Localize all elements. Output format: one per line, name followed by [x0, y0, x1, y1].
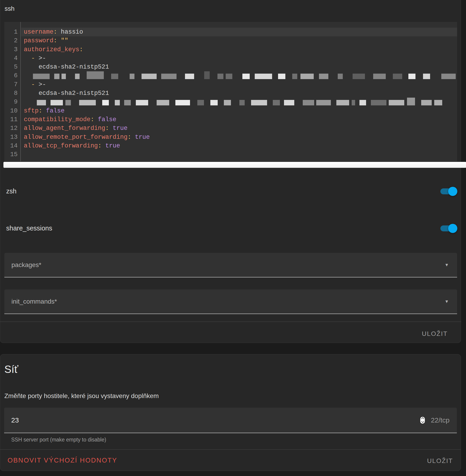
- yaml-token-bool: true: [102, 142, 120, 149]
- redacted-key-block: [316, 100, 331, 105]
- chevron-down-icon: ▼: [444, 262, 449, 267]
- redacted-key-block: [421, 100, 432, 105]
- redacted-key-block: [115, 100, 120, 105]
- number-stepper[interactable]: [420, 417, 425, 424]
- yaml-token-key: allow_tcp_forwarding: [24, 142, 98, 149]
- redacted-key-block: [226, 74, 232, 79]
- toggle-thumb: [448, 224, 457, 233]
- redacted-key-block: [161, 74, 176, 79]
- yaml-token-key: username: [24, 29, 54, 35]
- gutter-line-number: 5: [4, 63, 20, 71]
- yaml-token-punc: :: [128, 134, 131, 141]
- share-sessions-toggle-label: share_sessions: [6, 224, 52, 232]
- yaml-code-editor[interactable]: 123456789101112131415 username: hassiopa…: [4, 22, 457, 162]
- code-line: ecdsa-sha2-nistp521: [21, 89, 457, 98]
- yaml-token-punc: :: [105, 125, 109, 132]
- share-sessions-toggle[interactable]: [440, 224, 457, 233]
- redacted-key-block: [33, 74, 50, 79]
- redacted-key-block: [278, 74, 285, 79]
- gutter-line-number: 9: [4, 98, 20, 106]
- redacted-key-block: [204, 71, 210, 79]
- zsh-toggle[interactable]: [440, 187, 457, 196]
- editor-horizontal-scrollbar[interactable]: [3, 162, 466, 168]
- yaml-token-punc: :: [54, 29, 57, 35]
- redacted-key-block: [434, 100, 442, 105]
- card-actions-divider: [0, 321, 461, 322]
- stepper-down-icon[interactable]: [421, 420, 424, 423]
- init-commands-select[interactable]: init_commands* ▼: [4, 290, 457, 314]
- ssh-port-input[interactable]: 23 22/tcp: [4, 408, 457, 433]
- redacted-key-block: [37, 100, 46, 105]
- yaml-token-key: compatibility_mode: [24, 116, 91, 123]
- network-description: Změňte porty hostitele, které jsou vysta…: [4, 392, 159, 400]
- redacted-key-block: [210, 100, 218, 105]
- gutter-line-number: 14: [4, 141, 20, 150]
- gutter-line-number: 1: [4, 28, 20, 36]
- code-line: - >-: [21, 54, 457, 63]
- editor-gutter: 123456789101112131415: [4, 22, 21, 162]
- code-line: allow_remote_port_forwarding: true: [21, 133, 457, 141]
- code-line: ecdsa-sha2-nistp521: [21, 63, 457, 71]
- redacted-key-block: [373, 74, 386, 79]
- save-button[interactable]: ULOŽIT: [422, 330, 448, 337]
- redacted-key-block: [65, 100, 71, 105]
- redacted-key-block: [319, 74, 328, 79]
- redacted-key-block: [303, 100, 314, 105]
- redacted-key-block: [197, 100, 204, 105]
- redacted-key-block: [75, 74, 80, 79]
- redacted-key-block: [54, 74, 60, 79]
- yaml-token-punc: :: [54, 37, 57, 44]
- toggle-thumb: [448, 187, 457, 196]
- editor-code[interactable]: username: hassiopassword: ""authorized_k…: [21, 22, 457, 159]
- yaml-token-key: authorized_keys: [24, 46, 79, 53]
- reset-defaults-button[interactable]: OBNOVIT VÝCHOZÍ HODNOTY: [8, 457, 117, 464]
- redacted-key-block: [393, 74, 402, 79]
- redacted-key-block: [239, 100, 245, 105]
- yaml-token-bool: true: [109, 125, 128, 132]
- yaml-token-plain: >-: [39, 55, 46, 62]
- redacted-key-block: [124, 100, 131, 105]
- gutter-line-number: 11: [4, 115, 20, 124]
- redacted-key-block: [61, 74, 66, 79]
- redacted-code-line: [21, 71, 457, 80]
- yaml-token-plain: hassio: [57, 29, 83, 35]
- ssh-field-label: ssh: [5, 5, 15, 12]
- ssh-config-card: ssh 123456789101112131415 username: hass…: [0, 0, 461, 343]
- gutter-line-number: 3: [4, 45, 20, 54]
- yaml-token-plain: ecdsa-sha2-nistp521: [24, 64, 109, 70]
- yaml-token-plain: [24, 55, 31, 62]
- ssh-port-helper-text: SSH server port (make empty to disable): [11, 437, 106, 443]
- redacted-key-block: [102, 100, 109, 105]
- redacted-key-block: [157, 100, 169, 105]
- gutter-line-number: 7: [4, 80, 20, 89]
- gutter-line-number: 10: [4, 106, 20, 115]
- redacted-key-block: [284, 100, 294, 105]
- code-line: sftp: false: [21, 106, 457, 115]
- yaml-token-key: password: [24, 37, 54, 44]
- redacted-key-block: [338, 74, 343, 79]
- packages-select[interactable]: packages* ▼: [4, 253, 457, 278]
- redacted-key-block: [352, 100, 355, 105]
- init-commands-select-label: init_commands*: [12, 298, 57, 305]
- ssh-port-value[interactable]: 23: [11, 416, 19, 424]
- redacted-code-line: [21, 98, 457, 106]
- redacted-key-block: [336, 100, 349, 105]
- redacted-key-block: [408, 74, 415, 79]
- yaml-token-key: sftp: [24, 107, 39, 114]
- code-line: compatibility_mode: false: [21, 115, 457, 124]
- yaml-token-plain: ecdsa-sha2-nistp521: [24, 90, 109, 97]
- yaml-token-bool: true: [131, 134, 150, 141]
- redacted-key-block: [79, 100, 96, 105]
- code-line: [21, 150, 457, 159]
- gutter-line-number: 12: [4, 124, 20, 133]
- yaml-token-punc: -: [31, 55, 38, 62]
- yaml-token-plain: >-: [39, 81, 46, 88]
- network-actions-divider: [0, 449, 461, 450]
- redacted-key-block: [441, 74, 456, 79]
- network-save-button[interactable]: ULOŽIT: [427, 457, 453, 464]
- yaml-token-punc: :: [39, 107, 42, 114]
- redacted-key-block: [273, 100, 280, 105]
- redacted-key-block: [353, 74, 365, 79]
- yaml-token-punc: :: [91, 116, 94, 123]
- redacted-key-block: [251, 100, 267, 105]
